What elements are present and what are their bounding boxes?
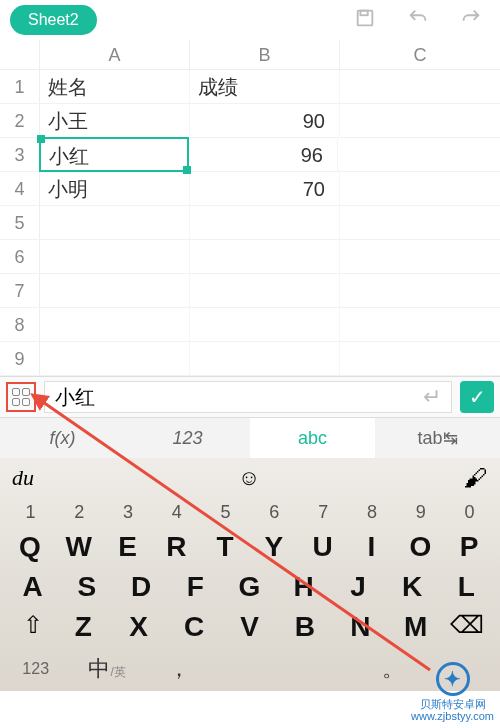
cell[interactable] <box>190 274 340 307</box>
key-8[interactable]: 8 <box>352 502 392 523</box>
cell[interactable] <box>340 240 500 273</box>
key-j[interactable]: J <box>336 571 380 603</box>
cell[interactable]: 90 <box>190 104 340 137</box>
key-y[interactable]: Y <box>254 531 294 563</box>
col-header-c[interactable]: C <box>340 40 500 69</box>
key-6[interactable]: 6 <box>254 502 294 523</box>
cell[interactable] <box>40 274 190 307</box>
table-row: 5 <box>0 206 500 240</box>
key-v[interactable]: V <box>227 611 273 643</box>
formula-input[interactable]: 小红 ↵ <box>44 381 452 413</box>
row-header[interactable]: 5 <box>0 206 40 239</box>
key-s[interactable]: S <box>65 571 109 603</box>
table-row: 9 <box>0 342 500 376</box>
cell[interactable] <box>338 138 498 171</box>
backspace-key[interactable]: ⌫ <box>444 611 490 643</box>
confirm-button[interactable]: ✓ <box>460 381 494 413</box>
cell[interactable] <box>40 206 190 239</box>
key-9[interactable]: 9 <box>401 502 441 523</box>
menu-grid-icon[interactable] <box>6 382 36 412</box>
key-w[interactable]: W <box>59 531 99 563</box>
cell[interactable] <box>190 206 340 239</box>
row-header[interactable]: 6 <box>0 240 40 273</box>
key-e[interactable]: E <box>108 531 148 563</box>
key-i[interactable]: I <box>352 531 392 563</box>
row-header[interactable]: 8 <box>0 308 40 341</box>
key-123[interactable]: 123 <box>0 647 71 691</box>
mode-num[interactable]: 123 <box>125 418 250 458</box>
cell[interactable] <box>340 274 500 307</box>
cell[interactable] <box>190 308 340 341</box>
key-p[interactable]: P <box>450 531 490 563</box>
emoji-icon[interactable]: ☺ <box>238 465 260 491</box>
key-m[interactable]: M <box>393 611 439 643</box>
table-row: 6 <box>0 240 500 274</box>
mode-fx[interactable]: f(x) <box>0 418 125 458</box>
cell[interactable] <box>340 342 500 375</box>
key-h[interactable]: H <box>282 571 326 603</box>
redo-icon[interactable] <box>452 3 490 38</box>
key-0[interactable]: 0 <box>450 502 490 523</box>
cell[interactable] <box>40 342 190 375</box>
key-4[interactable]: 4 <box>157 502 197 523</box>
cell[interactable]: 96 <box>188 138 338 171</box>
spreadsheet-grid[interactable]: A B C 1姓名成绩2小王903小红964小明7056789 <box>0 40 500 376</box>
key-b[interactable]: B <box>282 611 328 643</box>
key-k[interactable]: K <box>391 571 435 603</box>
key-1[interactable]: 1 <box>10 502 50 523</box>
row-header[interactable]: 1 <box>0 70 40 103</box>
cell[interactable]: 小红 <box>39 137 189 172</box>
cell[interactable]: 小明 <box>40 172 190 205</box>
key-x[interactable]: X <box>116 611 162 643</box>
key-o[interactable]: O <box>401 531 441 563</box>
key-5[interactable]: 5 <box>206 502 246 523</box>
undo-icon[interactable] <box>399 3 437 38</box>
key-z[interactable]: Z <box>61 611 107 643</box>
newline-icon[interactable]: ↵ <box>423 384 441 410</box>
row-header[interactable]: 4 <box>0 172 40 205</box>
row-header[interactable]: 9 <box>0 342 40 375</box>
key-c[interactable]: C <box>172 611 218 643</box>
shift-key[interactable]: ⇧ <box>10 611 56 643</box>
key-f[interactable]: F <box>174 571 218 603</box>
cell[interactable] <box>340 206 500 239</box>
cell[interactable] <box>340 308 500 341</box>
col-header-a[interactable]: A <box>40 40 190 69</box>
cell[interactable] <box>340 104 500 137</box>
key-g[interactable]: G <box>228 571 272 603</box>
row-header[interactable]: 7 <box>0 274 40 307</box>
cell[interactable]: 姓名 <box>40 70 190 103</box>
cell[interactable] <box>340 70 500 103</box>
cell[interactable]: 小王 <box>40 104 190 137</box>
key-2[interactable]: 2 <box>59 502 99 523</box>
cell[interactable] <box>190 342 340 375</box>
key-u[interactable]: U <box>303 531 343 563</box>
key-t[interactable]: T <box>206 531 246 563</box>
cell[interactable] <box>40 240 190 273</box>
key-3[interactable]: 3 <box>108 502 148 523</box>
voice-icon[interactable]: 🖌 <box>464 464 488 492</box>
cell[interactable]: 成绩 <box>190 70 340 103</box>
key-n[interactable]: N <box>338 611 384 643</box>
key-comma[interactable]: ， <box>143 647 214 691</box>
key-d[interactable]: D <box>120 571 164 603</box>
key-r[interactable]: R <box>157 531 197 563</box>
key-space[interactable] <box>214 647 357 691</box>
row-header[interactable]: 3 <box>0 138 40 171</box>
save-icon[interactable] <box>346 3 384 38</box>
key-lang[interactable]: 中/英 <box>71 647 142 691</box>
cell[interactable] <box>190 240 340 273</box>
key-l[interactable]: L <box>445 571 489 603</box>
cell[interactable] <box>40 308 190 341</box>
key-a[interactable]: A <box>11 571 55 603</box>
cell[interactable]: 70 <box>190 172 340 205</box>
key-q[interactable]: Q <box>10 531 50 563</box>
row-header[interactable]: 2 <box>0 104 40 137</box>
table-row: 7 <box>0 274 500 308</box>
sheet-tab[interactable]: Sheet2 <box>10 5 97 35</box>
col-header-b[interactable]: B <box>190 40 340 69</box>
mode-tab[interactable]: tab↹ <box>375 418 500 458</box>
cell[interactable] <box>340 172 500 205</box>
mode-abc[interactable]: abc <box>250 418 375 458</box>
key-7[interactable]: 7 <box>303 502 343 523</box>
